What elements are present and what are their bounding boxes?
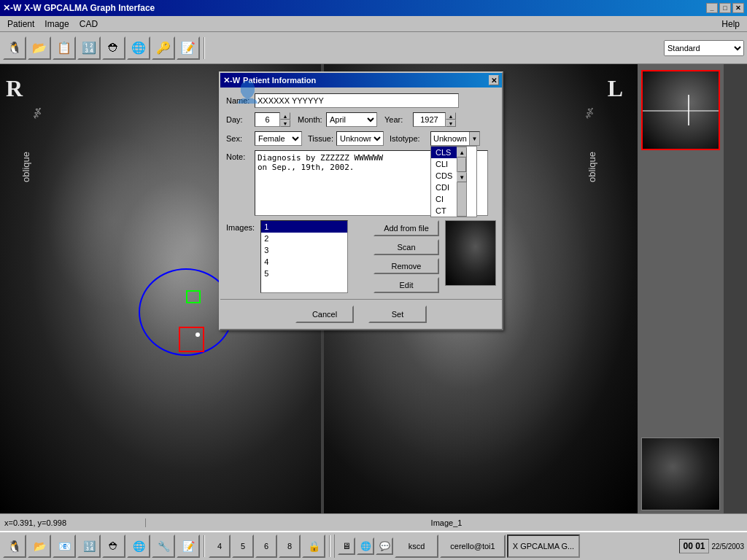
dropdown-item-cls[interactable]: CLS [431,147,457,158]
dialog-close-button[interactable]: ✕ [489,75,499,85]
dialog-title-bar: ✕-W Patient Information ✕ [220,73,502,88]
istotype-dropdown-arrow[interactable]: ▼ [469,132,479,145]
images-list-box: 1 2 3 4 5 [260,220,348,293]
toolbar-btn-3[interactable]: 📋 [53,36,76,60]
dropdown-scrollbar: ▲ ▼ [457,147,467,217]
taskbar-btn-file[interactable]: 📂 [28,534,51,558]
images-list-container: 1 2 3 4 5 [260,220,368,293]
toolbar-btn-8[interactable]: 📝 [177,36,200,60]
toolbar-btn-1[interactable]: 🐧 [3,36,26,60]
taskbar-btn-edit[interactable]: 📝 [177,534,200,558]
title-bar: ✕-W X-W GPCALMA Graph Interface _ □ ✕ [0,0,747,16]
status-image-name: Image_1 [146,518,747,527]
secondary-thumbnail-image [642,438,719,510]
taskbar-kscd[interactable]: kscd [395,534,438,558]
name-input[interactable] [255,93,459,108]
dialog-footer: Cancel Set [220,299,502,329]
images-buttons: Add from file Scan Remove Edit [374,220,439,293]
images-label: Images: [226,223,255,293]
systray-icon-1[interactable]: 🖥 [338,537,355,555]
taskbar-app-4[interactable]: 8 [279,534,301,558]
image-list-item-4[interactable]: 4 [261,256,347,268]
istotype-display: Unknown ▼ [430,131,480,146]
toolbar-btn-4[interactable]: 🔢 [77,36,101,60]
sb-thumb[interactable] [457,158,466,172]
taskbar-separator-1 [204,535,205,557]
tissue-label: Tissue: [308,134,333,143]
patient-info-dialog: ✕-W Patient Information ✕ Name: Day: ▲ ▼ [219,71,503,330]
remove-button[interactable]: Remove [374,258,439,274]
minimize-button[interactable]: _ [706,3,718,13]
images-section: Images: 1 2 3 4 5 Add from file Scan Rem… [226,220,496,293]
maximize-button[interactable]: □ [719,3,731,13]
dropdown-with-scrollbar: CLS CLI CDS CDI CI CT ▲ ▼ [431,147,476,217]
day-spin-down[interactable]: ▼ [280,120,290,127]
year-spin-buttons: ▲ ▼ [446,112,456,127]
title-bar-buttons: _ □ ✕ [706,3,744,13]
toolbar-btn-6[interactable]: 🌐 [127,36,150,60]
view-select[interactable]: Standard [664,40,744,56]
toolbar: 🐧 📂 📋 🔢 ⛑ 🌐 🔑 📝 Standard [0,32,747,64]
systray-icon-2[interactable]: 🌐 [357,537,374,555]
set-button[interactable]: Set [368,306,427,323]
month-label: Month: [298,115,323,124]
name-row: Name: [226,93,496,108]
day-input[interactable] [255,112,280,127]
dropdown-item-cds[interactable]: CDS [431,170,457,182]
sex-select[interactable]: Female Male [255,131,302,146]
menu-items: Patient Image CAD [3,18,102,31]
toolbar-btn-2[interactable]: 📂 [28,36,51,60]
red-rect-annotation [179,327,204,352]
start-button[interactable]: 🐧 [3,534,26,558]
sb-arrow-up[interactable]: ▲ [457,147,467,158]
taskbar-cerello[interactable]: cerello@toi1 [440,534,506,558]
image-list-item-2[interactable]: 2 [261,233,347,244]
menu-image[interactable]: Image [40,18,73,31]
taskbar-app-3[interactable]: 6 [255,534,277,558]
day-spin-up[interactable]: ▲ [280,112,290,120]
tissue-select[interactable]: Unknown [336,131,384,146]
year-input[interactable] [413,112,446,127]
systray-icon-3[interactable]: 💬 [376,537,393,555]
add-from-file-button[interactable]: Add from file [374,220,439,236]
year-spin-down[interactable]: ▼ [446,120,456,127]
dropdown-item-cli[interactable]: CLI [431,158,457,170]
edit-button[interactable]: Edit [374,277,439,293]
taskbar-app-1[interactable]: 4 [209,534,231,558]
close-button[interactable]: ✕ [732,3,744,13]
menu-cad[interactable]: CAD [75,18,102,31]
dropdown-item-cdi[interactable]: CDI [431,182,457,193]
month-select[interactable]: April January February March May [326,112,377,127]
date-row: Day: ▲ ▼ Month: April January February M… [226,112,496,127]
taskbar-btn-mail[interactable]: 📧 [53,534,76,558]
scan-button[interactable]: Scan [374,239,439,255]
clock-date: 22/5/2003 [712,542,745,551]
clock: 00 01 22/5/2003 [679,539,744,553]
istotype-value: Unknown [431,134,469,143]
menu-patient[interactable]: Patient [3,18,39,31]
sb-arrow-down[interactable]: ▼ [457,172,467,182]
taskbar-lock-icon[interactable]: 🔒 [302,534,325,558]
toolbar-btn-7[interactable]: 🔑 [152,36,175,60]
istotype-select-container: Unknown ▼ CLS CLI CDS CDI CI CT [430,131,480,146]
taskbar-btn-help[interactable]: ⛑ [102,534,125,558]
day-spin-buttons: ▲ ▼ [280,112,290,127]
status-coords: x=0.391, y=0.998 [0,518,146,527]
taskbar-btn-browser[interactable]: 🌐 [127,534,150,558]
image-list-item-1[interactable]: 1 [261,221,347,233]
toolbar-btn-5[interactable]: ⛑ [102,36,125,60]
taskbar-app-2[interactable]: 5 [232,534,254,558]
taskbar-btn-tools[interactable]: 🔧 [152,534,175,558]
year-label: Year: [384,115,410,124]
image-list-item-5[interactable]: 5 [261,268,347,279]
dropdown-item-ci[interactable]: CI [431,193,457,205]
image-list-item-3[interactable]: 3 [261,244,347,256]
taskbar-gpcalma-active[interactable]: X GPCALMA G... [507,534,580,558]
dropdown-item-ct[interactable]: CT [431,205,457,217]
day-label: Day: [226,115,252,124]
taskbar-btn-calc[interactable]: 🔢 [77,534,101,558]
cancel-button[interactable]: Cancel [295,306,354,323]
green-rect-annotation [186,290,201,303]
menu-help[interactable]: Help [717,18,744,31]
year-spin-up[interactable]: ▲ [446,112,456,120]
